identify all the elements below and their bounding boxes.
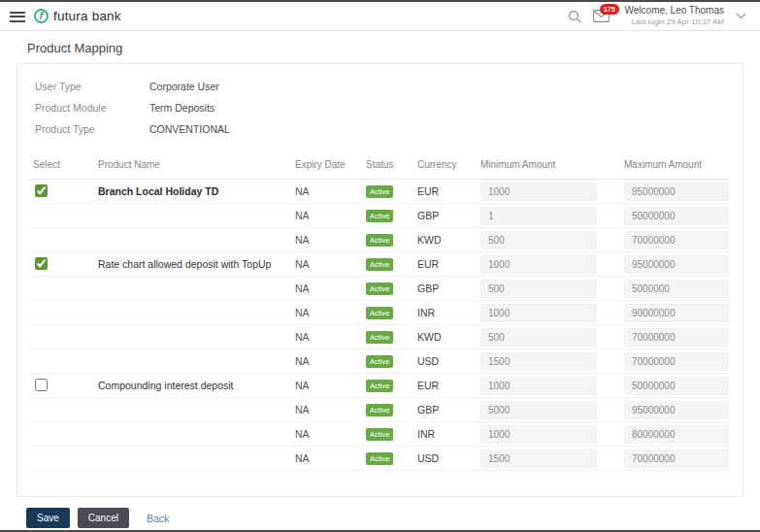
table-row: NA Active USD xyxy=(29,349,731,374)
product-module-label: Product Module xyxy=(35,102,149,114)
currency: EUR xyxy=(413,252,477,277)
user-menu[interactable]: Welcome, Leo Thomas Last login 29 Apr 10… xyxy=(625,5,724,27)
status-badge: Active xyxy=(366,355,393,369)
footer-actions: Save Cancel Back xyxy=(26,508,760,528)
status-badge: Active xyxy=(366,380,393,393)
maximum-amount-input[interactable] xyxy=(624,280,729,298)
user-type-label: User Type xyxy=(35,81,149,92)
maximum-amount-input[interactable] xyxy=(624,401,729,419)
minimum-amount-input[interactable] xyxy=(480,280,597,298)
minimum-amount-input[interactable] xyxy=(480,231,597,249)
expiry-date: NA xyxy=(291,447,362,471)
search-icon[interactable] xyxy=(568,10,581,23)
table-row: NA Active INR xyxy=(29,301,731,325)
table-row: Compounding interest deposit NA Active E… xyxy=(29,374,731,398)
column-header-expiry-date: Expiry Date xyxy=(291,153,362,180)
expiry-date: NA xyxy=(291,180,362,204)
welcome-text: Welcome, Leo Thomas xyxy=(625,5,724,17)
table-row: Branch Local Holiday TD NA Active EUR xyxy=(29,180,731,204)
hamburger-menu-icon[interactable] xyxy=(10,9,25,24)
back-link[interactable]: Back xyxy=(147,513,169,524)
status-badge: Active xyxy=(366,428,393,442)
expiry-date: NA xyxy=(291,204,362,228)
currency: GBP xyxy=(413,398,477,422)
maximum-amount-input[interactable] xyxy=(624,304,729,322)
currency: EUR xyxy=(413,374,477,398)
status-badge: Active xyxy=(366,258,393,272)
column-header-currency: Currency xyxy=(413,153,477,180)
product-mapping-table: Select Product Name Expiry Date Status C… xyxy=(29,153,731,471)
currency: USD xyxy=(413,447,477,471)
expiry-date: NA xyxy=(291,252,362,277)
mail-count-badge: 175 xyxy=(600,4,619,15)
table-row: NA Active INR xyxy=(29,422,731,447)
column-header-maximum-amount: Maximum Amount xyxy=(620,153,731,180)
product-module-row: Product Module Term Deposits xyxy=(29,97,731,118)
column-header-status: Status xyxy=(362,153,413,180)
minimum-amount-input[interactable] xyxy=(480,183,597,201)
row-select-checkbox[interactable] xyxy=(35,379,48,391)
table-row: NA Active KWD xyxy=(29,325,731,349)
currency: INR xyxy=(413,301,477,325)
column-header-product-name: Product Name xyxy=(94,153,291,180)
currency: KWD xyxy=(413,325,477,349)
row-select-checkbox[interactable] xyxy=(35,257,48,270)
maximum-amount-input[interactable] xyxy=(624,449,729,468)
product-name: Branch Local Holiday TD xyxy=(98,185,218,197)
last-login-text: Last login 29 Apr 10:37 AM xyxy=(625,17,724,27)
user-type-row: User Type Corporate User xyxy=(29,76,731,97)
currency: GBP xyxy=(413,277,477,301)
minimum-amount-input[interactable] xyxy=(480,304,597,322)
minimum-amount-input[interactable] xyxy=(480,255,597,274)
currency: EUR xyxy=(413,180,477,204)
expiry-date: NA xyxy=(291,277,362,301)
currency: INR xyxy=(413,422,477,447)
minimum-amount-input[interactable] xyxy=(480,328,597,347)
user-type-value: Corporate User xyxy=(149,81,219,92)
status-badge: Active xyxy=(366,331,393,345)
row-select-checkbox[interactable] xyxy=(35,184,48,197)
maximum-amount-input[interactable] xyxy=(624,425,729,444)
maximum-amount-input[interactable] xyxy=(624,352,729,371)
brand-icon: f xyxy=(34,9,49,23)
page-title: Product Mapping xyxy=(27,41,760,55)
minimum-amount-input[interactable] xyxy=(480,352,597,371)
product-type-row: Product Type CONVENTIONAL xyxy=(29,118,731,140)
mail-icon[interactable]: 175 xyxy=(593,10,610,22)
expiry-date: NA xyxy=(291,325,362,349)
minimum-amount-input[interactable] xyxy=(480,449,597,468)
status-badge: Active xyxy=(366,283,393,296)
table-row: NA Active USD xyxy=(29,447,731,471)
product-type-label: Product Type xyxy=(35,123,149,135)
chevron-down-icon[interactable] xyxy=(736,13,746,19)
maximum-amount-input[interactable] xyxy=(624,377,729,395)
minimum-amount-input[interactable] xyxy=(480,425,597,444)
app-window: f futura bank 175 Welcome, Leo Thomas La… xyxy=(0,0,760,532)
top-bar: f futura bank 175 Welcome, Leo Thomas La… xyxy=(0,2,760,31)
minimum-amount-input[interactable] xyxy=(480,207,597,225)
product-name: Rate chart allowed deposit with TopUp xyxy=(98,258,271,270)
save-button[interactable]: Save xyxy=(26,508,70,528)
maximum-amount-input[interactable] xyxy=(624,183,729,201)
maximum-amount-input[interactable] xyxy=(624,231,729,249)
expiry-date: NA xyxy=(291,301,362,325)
maximum-amount-input[interactable] xyxy=(624,328,729,347)
minimum-amount-input[interactable] xyxy=(480,377,597,395)
product-type-value: CONVENTIONAL xyxy=(149,123,230,135)
product-name: Compounding interest deposit xyxy=(98,380,234,391)
status-badge: Active xyxy=(366,452,393,466)
brand-name: futura bank xyxy=(53,9,121,23)
cancel-button[interactable]: Cancel xyxy=(78,508,129,528)
status-badge: Active xyxy=(366,404,393,417)
currency: USD xyxy=(413,349,477,374)
maximum-amount-input[interactable] xyxy=(624,255,729,274)
status-badge: Active xyxy=(366,210,393,223)
brand-logo[interactable]: f futura bank xyxy=(34,9,121,23)
minimum-amount-input[interactable] xyxy=(480,401,597,419)
expiry-date: NA xyxy=(291,228,362,252)
table-row: NA Active GBP xyxy=(29,277,731,301)
table-row: NA Active GBP xyxy=(29,398,731,422)
maximum-amount-input[interactable] xyxy=(624,207,729,225)
table-row: NA Active GBP xyxy=(29,204,731,228)
status-badge: Active xyxy=(366,234,393,248)
